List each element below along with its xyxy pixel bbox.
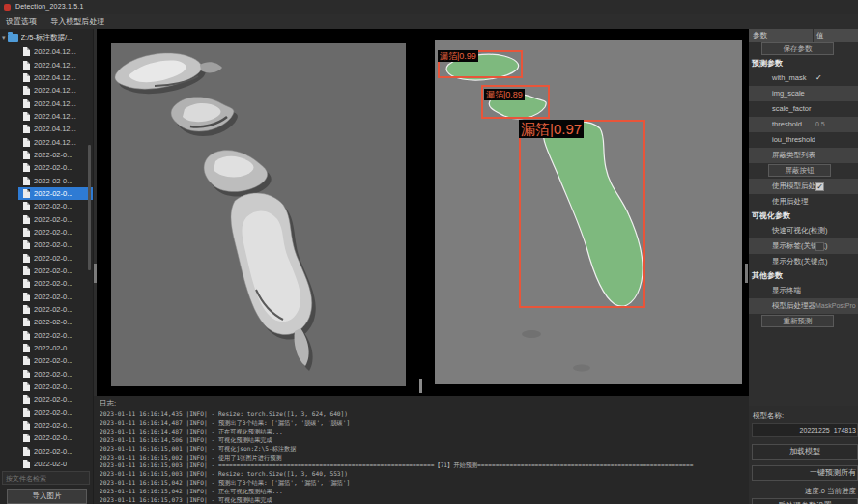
- log-panel[interactable]: 日志: 2023-01-11 16:16:14,435 |INFO| - Res…: [94, 396, 749, 504]
- param-row[interactable]: 使用模型后处理✓: [749, 179, 858, 194]
- tree-item[interactable]: 2022.04.12...: [18, 84, 94, 97]
- param-row[interactable]: img_scale: [749, 86, 858, 101]
- tree-item[interactable]: 2022-02-0...: [18, 200, 94, 212]
- tree-item[interactable]: 2022-02-0...: [18, 342, 94, 354]
- tree-item-label: 2022-02-0...: [34, 382, 72, 391]
- tree-item[interactable]: 2022-02-0...: [18, 368, 94, 380]
- tree-item[interactable]: 2022.04.12...: [18, 110, 94, 123]
- param-row[interactable]: iou_threshold: [749, 132, 858, 148]
- param-row[interactable]: 使用后处理: [749, 194, 858, 210]
- param-row[interactable]: scale_factor: [749, 101, 858, 117]
- tree-item[interactable]: 2022-02-0...: [18, 238, 94, 251]
- image-splitter-handle[interactable]: [419, 379, 422, 393]
- param-row[interactable]: with_mask✓: [749, 70, 858, 86]
- tree-item[interactable]: 2022-02-0...: [18, 406, 94, 419]
- window-title: Detection_2023.1.5.1: [15, 3, 84, 10]
- tree-item[interactable]: 2022-02-0...: [18, 291, 94, 303]
- import-image-button[interactable]: 导入图片: [7, 489, 87, 504]
- tree-item[interactable]: 2022-02-0...: [18, 419, 94, 432]
- prediction-image-canvas[interactable]: 漏箔|0.99漏箔|0.89漏箔|0.97: [435, 40, 742, 384]
- tree-item-label: 2022.04.12...: [34, 125, 76, 133]
- tree-item-label: 2022-02-0...: [34, 151, 72, 159]
- tree-item-label: 2022-02-0...: [34, 254, 72, 263]
- file-icon: [23, 86, 30, 95]
- tree-item[interactable]: 2022-02-0...: [18, 432, 94, 444]
- log-line: 2023-01-11 16:16:14,435 |INFO| - Resize:…: [100, 410, 694, 419]
- tree-item[interactable]: 2022-02-0...: [18, 212, 94, 225]
- param-row[interactable]: 显示分数(关键点): [749, 254, 858, 269]
- param-label: iou_threshold: [772, 135, 815, 144]
- model-name-label: 模型名称:: [753, 411, 784, 421]
- tree-item[interactable]: 2022.04.12...: [18, 58, 94, 70]
- detection-box: [519, 120, 645, 308]
- param-button[interactable]: 重新预测: [761, 315, 834, 327]
- log-line: 2023-01-11 16:16:14,487 |INFO| - 预测出了3个结…: [100, 419, 694, 428]
- tree-item-label: 2022.04.12...: [34, 61, 76, 70]
- tree-item-label: 2022.04.12...: [34, 73, 76, 82]
- tree-item[interactable]: 2022-02-0...: [18, 393, 94, 406]
- param-row[interactable]: 显示终端: [749, 283, 858, 298]
- param-row[interactable]: 模型后处理器MaskPostPro: [749, 298, 858, 314]
- file-icon: [23, 331, 30, 340]
- tree-item[interactable]: 2022-02-0...: [18, 380, 94, 393]
- param-label: threshold: [772, 120, 802, 128]
- original-image-canvas[interactable]: [111, 43, 406, 386]
- tree-item[interactable]: 2022-02-0...: [18, 445, 94, 458]
- tree-item-label: 2022-02-0...: [34, 177, 72, 185]
- model-name-field[interactable]: 20221225_174813: [752, 423, 858, 437]
- tree-item[interactable]: 2022-02-0...: [18, 226, 94, 238]
- param-value: MaskPostPro: [815, 298, 856, 314]
- tree-item[interactable]: 2022-02-0...: [18, 252, 94, 265]
- left-splitter-handle[interactable]: [94, 264, 97, 283]
- tree-item[interactable]: 2022-02-0: [18, 458, 94, 470]
- param-label: img_scale: [772, 89, 805, 98]
- tree-item-label: 2022-02-0...: [34, 421, 72, 430]
- filename-search-input[interactable]: [2, 471, 90, 485]
- param-row[interactable]: 显示标签(关键点): [749, 238, 858, 254]
- tree-root-item[interactable]: ▾ Z:/5-标注数据/...: [2, 32, 94, 43]
- menu-import-model-postprocess[interactable]: 导入模型后处理: [44, 14, 110, 29]
- param-row[interactable]: threshold0.5: [749, 117, 858, 132]
- param-label: 快速可视化(检测): [772, 226, 828, 235]
- checkbox-checked-icon[interactable]: ✓: [815, 182, 824, 191]
- param-button[interactable]: 屏蔽按钮: [768, 164, 831, 177]
- tree-item[interactable]: 2022-02-0...: [18, 303, 94, 316]
- param-row[interactable]: 屏蔽类型列表: [749, 148, 858, 163]
- postprocess-settings-button[interactable]: 后处理参数设置: [752, 498, 858, 504]
- file-icon: [23, 112, 30, 121]
- tree-item[interactable]: 2022.04.12...: [18, 135, 94, 148]
- checkbox-empty-icon[interactable]: [815, 242, 824, 251]
- tree-item[interactable]: 2022-02-0...: [18, 354, 94, 367]
- tree-item[interactable]: 2022.04.12...: [18, 123, 94, 135]
- file-tree-panel: ▾ Z:/5-标注数据/... 2022.04.12...2022.04.12.…: [0, 29, 94, 504]
- file-icon: [23, 254, 30, 263]
- tree-item[interactable]: 2022-02-0...: [18, 329, 94, 342]
- param-label: 显示终端: [772, 286, 801, 294]
- tree-item[interactable]: 2022.04.12...: [18, 71, 94, 84]
- tree-item[interactable]: 2022-02-0...: [18, 161, 94, 174]
- param-button[interactable]: 保存参数: [761, 42, 834, 55]
- right-splitter-handle[interactable]: [745, 264, 748, 283]
- tree-item[interactable]: 2022-02-0...: [18, 265, 94, 277]
- tree-item[interactable]: 2022-02-0...: [18, 316, 94, 328]
- log-line: 2023-01-11 16:16:15,003 |INFO| - Resize:…: [100, 470, 694, 479]
- tree-item[interactable]: 2022-02-0...: [18, 149, 94, 161]
- tree-item-label: 2022-02-0...: [34, 318, 72, 326]
- param-row[interactable]: 快速可视化(检测): [749, 223, 858, 238]
- tree-item-label: 2022-02-0...: [34, 266, 72, 275]
- file-icon: [23, 370, 30, 378]
- file-icon: [23, 279, 30, 288]
- tree-item-label: 2022.04.12...: [34, 86, 76, 95]
- tree-scrollbar[interactable]: [88, 145, 91, 270]
- predict-all-button[interactable]: 一键预测所有: [752, 465, 858, 481]
- tree-item[interactable]: 2022.04.12...: [18, 45, 94, 58]
- menu-settings[interactable]: 设置选项: [0, 14, 43, 29]
- tree-item-label: 2022-02-0...: [34, 279, 72, 288]
- load-model-button[interactable]: 加载模型: [752, 444, 858, 460]
- detection-label: 漏箔|0.99: [438, 50, 478, 62]
- tree-item[interactable]: 2022-02-0...: [18, 187, 94, 200]
- expand-arrow-icon[interactable]: ▾: [2, 34, 6, 42]
- tree-item[interactable]: 2022-02-0...: [18, 174, 94, 186]
- tree-item[interactable]: 2022-02-0...: [18, 277, 94, 290]
- tree-item[interactable]: 2022.04.12...: [18, 97, 94, 109]
